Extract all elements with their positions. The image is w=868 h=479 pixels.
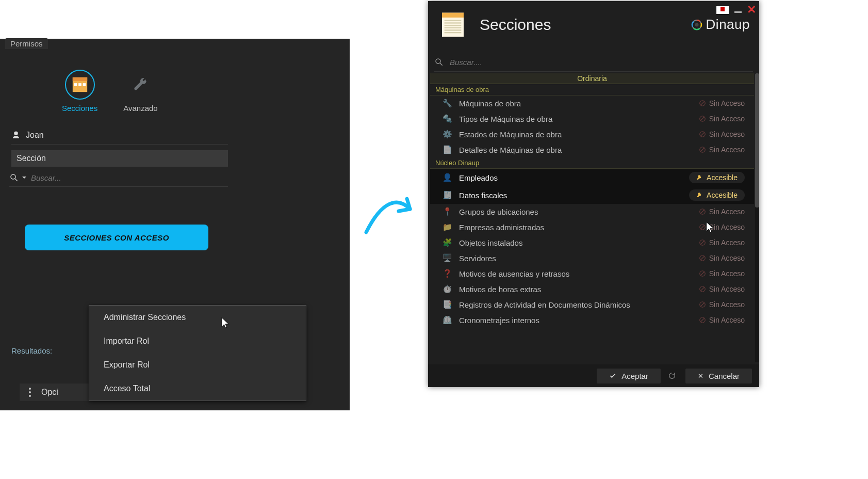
status-badge: Sin Acceso: [699, 238, 745, 247]
arrow-icon: [361, 181, 423, 243]
close-button[interactable]: ✕: [747, 3, 756, 17]
svg-rect-10: [445, 22, 462, 23]
svg-line-6: [15, 179, 18, 181]
status-badge: Sin Acceso: [699, 254, 745, 262]
section-search-input[interactable]: [30, 173, 228, 183]
group-nucleo-dinaup: Núcleo Dinaup: [430, 157, 754, 169]
brand: Dinaup: [691, 17, 750, 33]
minimize-button[interactable]: [734, 11, 742, 13]
mode-avanzado[interactable]: Avanzado: [123, 70, 157, 113]
svg-line-32: [700, 241, 704, 245]
svg-rect-2: [74, 83, 77, 86]
group-maquinas-de-obra: Máquinas de obra: [430, 84, 754, 95]
status-badge: Sin Acceso: [699, 207, 745, 216]
list-item[interactable]: ⚙️ Estados de Máquinas de obra Sin Acces…: [430, 126, 754, 142]
svg-rect-1: [72, 77, 87, 81]
user-row: Joan: [11, 126, 228, 145]
tab-permisos[interactable]: Permisos: [5, 38, 48, 49]
dialog-header: Secciones: [438, 10, 551, 39]
dialog-search-input[interactable]: [449, 57, 753, 67]
refresh-icon[interactable]: [668, 372, 676, 380]
user-icon: [11, 131, 21, 140]
category-ordinaria[interactable]: Ordinaria: [430, 73, 754, 84]
svg-rect-13: [445, 29, 462, 30]
list-item[interactable]: 📄 Detalles de Máquinas de obra Sin Acces…: [430, 142, 754, 157]
list-item[interactable]: 🧾 Datos fiscales Accesible: [430, 186, 754, 204]
status-badge: Accesible: [689, 172, 745, 183]
results-label: Resultados:: [11, 346, 89, 355]
item-icon: 👤: [441, 173, 453, 182]
menu-exportar-rol[interactable]: Exportar Rol: [89, 353, 306, 377]
svg-point-5: [11, 174, 15, 179]
list-item[interactable]: 📑 Registros de Actividad en Documentos D…: [430, 297, 754, 312]
svg-line-28: [700, 210, 704, 214]
svg-rect-14: [445, 32, 462, 33]
svg-line-26: [700, 148, 704, 152]
list-item[interactable]: 👤 Empleados Accesible: [430, 169, 754, 186]
menu-acceso-total[interactable]: Acceso Total: [89, 377, 306, 401]
svg-rect-12: [445, 27, 462, 28]
list-item[interactable]: ⏱️ Motivos de horas extras Sin Acceso: [430, 281, 754, 297]
accept-button[interactable]: Aceptar: [597, 369, 661, 384]
svg-rect-4: [83, 83, 86, 86]
svg-line-18: [440, 63, 443, 66]
sections-list: Ordinaria Máquinas de obra 🔧 Máquinas de…: [430, 73, 754, 362]
item-icon: ⚙️: [441, 130, 453, 139]
svg-line-22: [700, 117, 704, 121]
item-icon: ⏱️: [441, 284, 453, 294]
cancel-button[interactable]: ✕ Cancelar: [685, 369, 752, 384]
status-badge: Sin Acceso: [699, 316, 745, 324]
user-name: Joan: [26, 131, 44, 140]
svg-line-42: [700, 318, 704, 322]
item-icon: 🔧: [441, 99, 453, 108]
status-badge: Accesible: [689, 189, 745, 201]
list-item[interactable]: 📍 Grupos de ubicaciones Sin Acceso: [430, 204, 754, 219]
list-item[interactable]: 🖥️ Servidores Sin Acceso: [430, 250, 754, 266]
kebab-icon: [29, 388, 31, 397]
gear-icon: [691, 19, 703, 31]
search-icon: [9, 173, 19, 182]
menu-administrar-secciones[interactable]: Administrar Secciones: [89, 306, 306, 329]
flag-icon[interactable]: [716, 5, 729, 14]
item-icon: 🧾: [441, 190, 453, 200]
cursor-icon: [221, 316, 230, 330]
status-badge: Sin Acceso: [699, 285, 745, 293]
mode-switch: Secciones Avanzado: [62, 70, 158, 113]
dropdown-icon[interactable]: [22, 175, 27, 180]
svg-line-20: [700, 102, 704, 105]
list-item[interactable]: 🔩 Tipos de Máquinas de obra Sin Acceso: [430, 111, 754, 126]
mode-secciones[interactable]: Secciones: [62, 70, 97, 113]
dialog-footer: Aceptar ✕ Cancelar: [428, 364, 759, 387]
item-icon: 🧩: [441, 238, 453, 247]
mode-secciones-label: Secciones: [62, 104, 97, 113]
svg-rect-9: [445, 20, 462, 21]
scrollbar-thumb[interactable]: [755, 73, 759, 207]
section-header: Sección: [11, 150, 228, 167]
list-item[interactable]: ⏲️ Cronometrajes internos Sin Acceso: [430, 312, 754, 328]
item-icon: 📍: [441, 207, 453, 216]
mode-avanzado-label: Avanzado: [123, 104, 157, 113]
item-icon: 🔩: [441, 114, 453, 123]
menu-importar-rol[interactable]: Importar Rol: [89, 329, 306, 353]
status-badge: Sin Acceso: [699, 269, 745, 278]
list-item[interactable]: ❓ Motivos de ausencias y retrasos Sin Ac…: [430, 266, 754, 281]
sections-with-access-button[interactable]: SECCIONES CON ACCESO: [25, 225, 208, 250]
status-badge: Sin Acceso: [699, 300, 745, 309]
svg-line-24: [700, 133, 704, 136]
list-item[interactable]: 🧩 Objetos instalados Sin Acceso: [430, 235, 754, 250]
item-icon: ⏲️: [441, 315, 453, 325]
list-item[interactable]: 🔧 Máquinas de obra Sin Acceso: [430, 95, 754, 111]
dialog-title: Secciones: [480, 16, 551, 34]
x-icon: ✕: [698, 372, 703, 380]
status-badge: Sin Acceso: [699, 130, 745, 138]
status-badge: Sin Acceso: [699, 99, 745, 107]
item-icon: ❓: [441, 269, 453, 278]
sections-doc-icon: [438, 10, 467, 39]
dialog-search: [434, 53, 753, 72]
svg-point-17: [436, 59, 440, 63]
svg-point-16: [695, 23, 698, 26]
brand-label: Dinaup: [706, 17, 750, 33]
svg-rect-3: [78, 83, 81, 86]
svg-line-30: [700, 226, 704, 229]
item-icon: 📑: [441, 300, 453, 309]
